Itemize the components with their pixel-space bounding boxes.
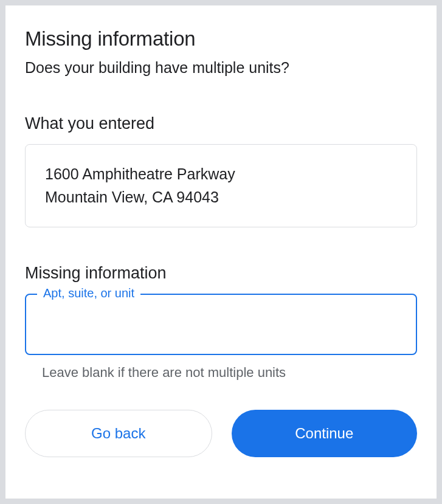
entered-address-box: 1600 Amphitheatre Parkway Mountain View,… — [25, 144, 417, 227]
action-buttons: Go back Continue — [25, 410, 417, 457]
continue-button[interactable]: Continue — [232, 410, 418, 457]
unit-field-wrapper: Apt, suite, or unit — [25, 294, 417, 355]
entered-address-line1: 1600 Amphitheatre Parkway — [45, 163, 397, 186]
dialog-subtitle: Does your building have multiple units? — [25, 59, 417, 77]
dialog-title: Missing information — [25, 27, 417, 50]
unit-field-label: Apt, suite, or unit — [37, 286, 140, 300]
unit-input[interactable] — [25, 294, 417, 355]
missing-information-dialog: Missing information Does your building h… — [5, 5, 437, 499]
unit-helper-text: Leave blank if there are not multiple un… — [25, 365, 417, 381]
what-you-entered-heading: What you entered — [25, 114, 417, 133]
go-back-button[interactable]: Go back — [25, 410, 212, 457]
entered-address-line2: Mountain View, CA 94043 — [45, 186, 397, 209]
missing-information-heading: Missing information — [25, 264, 417, 283]
